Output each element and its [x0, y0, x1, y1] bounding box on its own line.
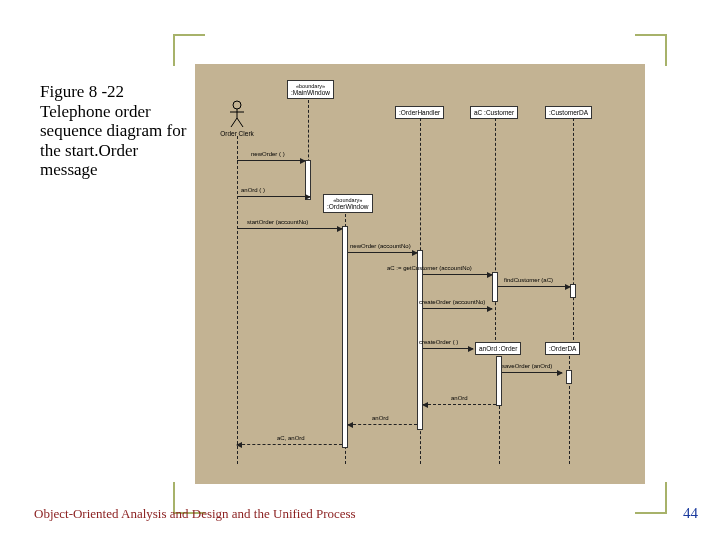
object-main-window: «boundary» :MainWindow — [287, 80, 334, 99]
arrow-icon — [300, 158, 306, 164]
frame-bracket — [635, 34, 667, 66]
arrow-icon — [236, 442, 242, 448]
arrow-icon — [347, 422, 353, 428]
lifeline-customer-da — [573, 118, 574, 340]
msg-new-order: newOrder ( ) — [237, 160, 305, 161]
msg-anord: anOrd ( ) — [237, 196, 310, 197]
arrow-icon — [487, 306, 493, 312]
msg-find-customer: findCustomer (aC) — [498, 286, 570, 287]
caption-line2: Telephone order sequence diagram for the… — [40, 102, 190, 180]
arrow-icon — [487, 272, 493, 278]
arrow-icon — [422, 402, 428, 408]
frame-bracket — [173, 34, 205, 66]
object-customer-da: :CustomerDA — [545, 106, 592, 119]
lifeline-actor — [237, 136, 238, 464]
actor-icon — [228, 100, 246, 128]
activation — [566, 370, 572, 384]
arrow-icon — [468, 346, 474, 352]
svg-point-0 — [233, 101, 241, 109]
msg-create-order: createOrder ( ) — [423, 348, 473, 349]
footer-text: Object-Oriented Analysis and Design and … — [34, 506, 356, 522]
object-order-window: «boundary» :OrderWindow — [323, 194, 373, 213]
return-ac-anord: aC, anOrd — [237, 444, 342, 445]
arrow-icon — [412, 250, 418, 256]
arrow-icon — [337, 226, 343, 232]
arrow-icon — [565, 284, 571, 290]
msg-save-order: saveOrder (anOrd) — [502, 372, 562, 373]
caption-line1: Figure 8 -22 — [40, 82, 190, 102]
msg-get-customer: aC := getCustomer (accountNo) — [423, 274, 492, 275]
lifeline-customer — [495, 118, 496, 340]
frame-bracket — [635, 482, 667, 514]
arrow-icon — [305, 194, 311, 200]
svg-line-3 — [231, 118, 237, 127]
arrow-icon — [557, 370, 563, 376]
actor-order-clerk: Order Clerk — [219, 100, 255, 137]
figure-caption: Figure 8 -22 Telephone order sequence di… — [40, 82, 190, 180]
object-order: anOrd :Order — [475, 342, 521, 355]
msg-new-order-acct: newOrder (accountNo) — [348, 252, 417, 253]
sequence-diagram: Order Clerk «boundary» :MainWindow :Orde… — [195, 64, 645, 484]
object-order-da: :OrderDA — [545, 342, 580, 355]
msg-start-order: startOrder (accountNo) — [237, 228, 342, 229]
page-number: 44 — [683, 505, 698, 522]
return-anord-1: anOrd — [423, 404, 496, 405]
msg-create-order-acct: createOrder (accountNo) — [423, 308, 492, 309]
svg-line-4 — [237, 118, 243, 127]
return-anord-2: anOrd — [348, 424, 417, 425]
activation — [342, 226, 348, 448]
